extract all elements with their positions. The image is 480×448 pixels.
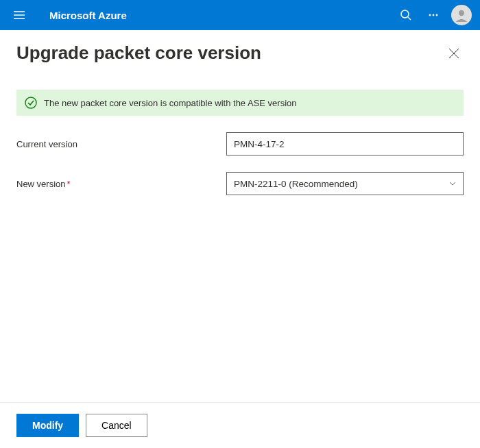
svg-point-12 [25,97,36,108]
svg-point-3 [401,10,409,18]
new-version-label-text: New version [16,179,66,189]
svg-point-5 [429,14,431,16]
required-indicator: * [67,179,71,189]
status-message: The new packet core version is compatibl… [44,98,297,108]
current-version-row: Current version [16,132,464,155]
status-banner: The new packet core version is compatibl… [16,90,464,116]
page-header: Upgrade packet core version [16,30,464,90]
menu-button[interactable] [8,4,30,26]
modify-button[interactable]: Modify [16,414,79,437]
hamburger-icon [13,9,25,21]
ellipsis-icon [427,9,440,21]
topbar: Microsoft Azure [0,0,480,30]
search-button[interactable] [392,1,420,29]
search-icon [400,9,412,21]
new-version-row: New version* PMN-2211-0 (Recommended) [16,172,464,195]
close-icon [448,48,459,59]
footer: Modify Cancel [0,402,480,448]
success-icon [25,97,37,109]
svg-point-6 [433,14,435,16]
avatar[interactable] [451,5,472,25]
svg-line-4 [408,17,411,20]
new-version-value: PMN-2211-0 (Recommended) [234,179,358,189]
page-title: Upgrade packet core version [16,42,261,64]
current-version-label: Current version [16,139,226,149]
svg-point-7 [436,14,438,16]
user-icon [453,6,470,24]
current-version-input[interactable] [226,132,464,155]
new-version-select[interactable]: PMN-2211-0 (Recommended) [226,172,464,195]
close-button[interactable] [444,44,464,63]
cancel-button[interactable]: Cancel [86,414,147,437]
brand-label: Microsoft Azure [49,10,127,21]
page-body: Upgrade packet core version The new pack… [0,30,480,402]
new-version-label: New version* [16,179,226,189]
svg-point-9 [459,10,464,16]
more-button[interactable] [420,1,447,29]
